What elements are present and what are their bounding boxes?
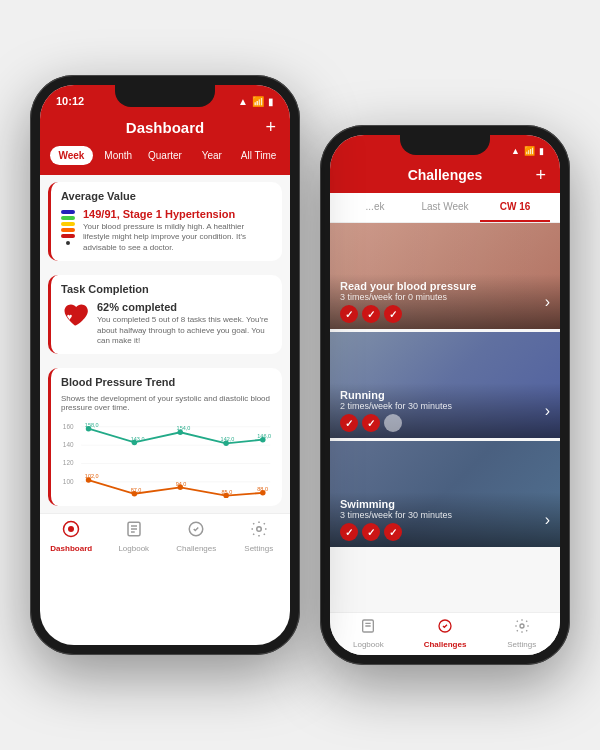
chart-desc: Shows the development of your systolic a… [61,394,272,412]
nav-settings-label: Settings [244,544,273,553]
right-logbook-icon [360,618,376,638]
svg-text:143,0: 143,0 [131,436,145,442]
task-desc: You completed 5 out of 8 tasks this week… [97,315,272,346]
signal-icon: ▲ [238,96,248,107]
status-icons: ▲ 📶 ▮ [238,96,274,107]
svg-text:94,0: 94,0 [176,481,187,487]
bp-chevron[interactable]: › [545,293,550,311]
swimming-challenge-info: Swimming 3 times/week for 30 minutes ✓ ✓… [340,498,452,541]
bp-bar-5 [61,234,75,238]
swimming-challenge-title: Swimming [340,498,452,510]
tab-week[interactable]: Week [50,146,93,165]
add-button-left[interactable]: + [265,117,276,138]
wifi-icon: 📶 [252,96,264,107]
bp-trend-card: Blood Pressure Trend Shows the developme… [48,368,282,506]
dashboard-icon [62,520,80,542]
bottom-nav-right: Logbook Challenges Settings [330,612,560,655]
bp-challenge-title: Read your blood pressure [340,280,476,292]
bp-challenge-sub: 3 times/week for 0 minutes [340,292,476,302]
bp-check-3: ✓ [384,305,402,323]
nav-challenges[interactable]: Challenges [165,520,228,553]
bp-color-bar [61,210,75,246]
task-pct: 62% completed [97,301,272,313]
svg-text:87,0: 87,0 [131,487,142,493]
bp-check-2: ✓ [362,305,380,323]
chart-area: 160 140 120 100 [61,418,272,498]
challenge-bp[interactable]: Read your blood pressure 3 times/week fo… [330,223,560,329]
svg-text:85,0: 85,0 [222,489,233,495]
phone-left: 10:12 ▲ 📶 ▮ Dashboard + Week Month Quart… [30,75,300,655]
challenges-tab-row: ...ek Last Week CW 16 [330,193,560,223]
run-check-1: ✓ [340,414,358,432]
svg-point-41 [520,624,524,628]
challenges-add-btn[interactable]: + [535,165,546,186]
right-nav-settings[interactable]: Settings [483,618,560,649]
tab-month[interactable]: Month [97,146,140,165]
nav-dashboard[interactable]: Dashboard [40,520,103,553]
bp-bar-1 [61,210,75,214]
bp-desc: Your blood pressure is mildly high. A he… [83,222,272,253]
scene: 10:12 ▲ 📶 ▮ Dashboard + Week Month Quart… [10,15,590,735]
right-settings-icon [514,618,530,638]
swimming-challenge-overlay: Swimming 3 times/week for 30 minutes ✓ ✓… [330,492,560,547]
bp-challenge-info: Read your blood pressure 3 times/week fo… [340,280,476,323]
average-value-card: Average Value 149/91, Stage 1 Hypertensi… [48,182,282,261]
running-chevron[interactable]: › [545,402,550,420]
challenge-running[interactable]: Running 2 times/week for 30 minutes ✓ ✓ … [330,332,560,438]
svg-text:♥: ♥ [67,312,73,322]
nav-challenges-label: Challenges [176,544,216,553]
svg-text:160: 160 [63,423,74,430]
swimming-chevron[interactable]: › [545,511,550,529]
svg-text:102,0: 102,0 [85,474,99,480]
running-challenge-info: Running 2 times/week for 30 minutes ✓ ✓ [340,389,452,432]
avg-value-row: 149/91, Stage 1 Hypertension Your blood … [61,208,272,253]
running-challenge-title: Running [340,389,452,401]
svg-point-30 [68,526,74,532]
heart-icon: ♥ [61,301,89,335]
logbook-icon [125,520,143,542]
notch-right [400,135,490,155]
tab-quarter[interactable]: Quarter [144,146,187,165]
bp-trend-title: Blood Pressure Trend [61,376,272,388]
bp-bar-2 [61,216,75,220]
running-checks: ✓ ✓ [340,414,452,432]
average-value-title: Average Value [61,190,272,202]
right-nav-settings-label: Settings [507,640,536,649]
bp-reading: 149/91, Stage 1 Hypertension [83,208,272,220]
r-battery-icon: ▮ [539,146,544,156]
tab-this-week[interactable]: ...ek [340,193,410,222]
avg-value-text: 149/91, Stage 1 Hypertension Your blood … [83,208,272,253]
bp-check-1: ✓ [340,305,358,323]
app-header-left: Dashboard + [40,113,290,146]
r-wifi-icon: 📶 [524,146,535,156]
svg-text:100: 100 [63,478,74,485]
right-nav-challenges-label: Challenges [424,640,467,649]
svg-text:120: 120 [63,460,74,467]
right-nav-challenges[interactable]: Challenges [407,618,484,649]
tab-last-week[interactable]: Last Week [410,193,480,222]
svg-point-36 [257,527,262,532]
svg-text:142,0: 142,0 [221,437,235,443]
tab-year[interactable]: Year [190,146,233,165]
svg-text:158,0: 158,0 [85,422,99,428]
bp-bar-4 [61,228,75,232]
svg-text:154,0: 154,0 [177,426,191,432]
svg-text:140: 140 [63,441,74,448]
challenges-content: Read your blood pressure 3 times/week fo… [330,223,560,612]
challenge-swimming[interactable]: Swimming 3 times/week for 30 minutes ✓ ✓… [330,441,560,547]
task-text: 62% completed You completed 5 out of 8 t… [97,301,272,346]
svg-text:88,0: 88,0 [257,486,268,492]
app-title-left: Dashboard [126,119,204,136]
nav-settings[interactable]: Settings [228,520,291,553]
nav-logbook[interactable]: Logbook [103,520,166,553]
phone-right: ▲ 📶 ▮ Challenges + ...ek Last Week CW 16 [320,125,570,665]
swim-check-2: ✓ [362,523,380,541]
right-nav-logbook[interactable]: Logbook [330,618,407,649]
challenges-title: Challenges [408,167,483,183]
bottom-nav-left: Dashboard Logbook Challenges [40,513,290,561]
notch-left [115,85,215,107]
nav-logbook-label: Logbook [118,544,149,553]
settings-icon [250,520,268,542]
tab-alltime[interactable]: All Time [237,146,280,165]
tab-cw16[interactable]: CW 16 [480,193,550,222]
